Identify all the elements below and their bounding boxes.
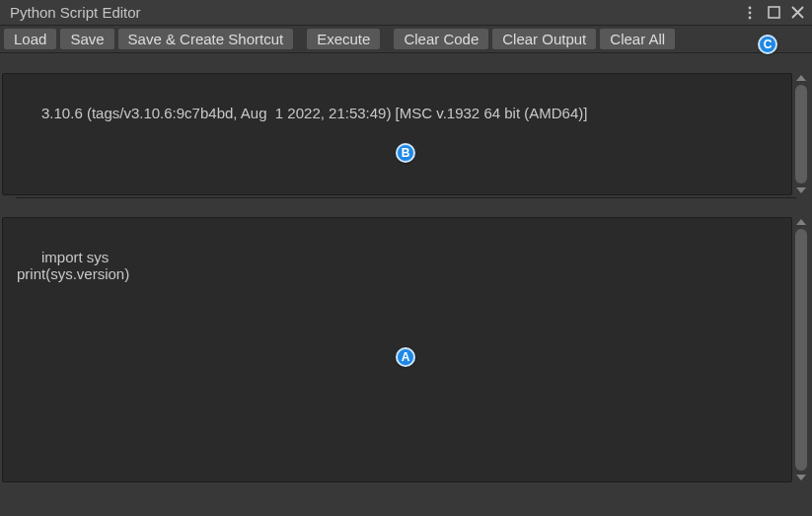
close-icon[interactable] <box>788 4 806 22</box>
scroll-down-icon[interactable] <box>796 187 806 193</box>
execute-button[interactable]: Execute <box>307 29 380 49</box>
output-text: 3.10.6 (tags/v3.10.6:9c7b4bd, Aug 1 2022… <box>41 105 587 121</box>
output-pane[interactable]: 3.10.6 (tags/v3.10.6:9c7b4bd, Aug 1 2022… <box>2 73 792 195</box>
clear-code-button[interactable]: Clear Code <box>394 29 488 49</box>
save-shortcut-button[interactable]: Save & Create Shortcut <box>118 29 294 49</box>
svg-rect-3 <box>769 7 779 18</box>
save-button[interactable]: Save <box>60 29 113 49</box>
output-scrollbar[interactable] <box>792 73 810 195</box>
scroll-up-icon[interactable] <box>796 219 806 225</box>
svg-point-0 <box>749 6 752 9</box>
clear-output-button[interactable]: Clear Output <box>492 29 596 49</box>
scroll-down-icon[interactable] <box>796 475 806 480</box>
clear-all-button[interactable]: Clear All <box>600 29 675 49</box>
window-title: Python Script Editor <box>10 4 141 21</box>
scroll-up-icon[interactable] <box>796 75 806 81</box>
scroll-track[interactable] <box>795 85 807 184</box>
svg-point-2 <box>749 16 752 19</box>
annotation-badge-a: A <box>396 347 415 367</box>
annotation-badge-c: C <box>758 35 777 54</box>
code-text: import sys print(sys.version) <box>17 249 129 282</box>
window-titlebar: Python Script Editor <box>0 0 812 26</box>
pane-splitter[interactable] <box>16 197 796 201</box>
load-button[interactable]: Load <box>4 29 56 49</box>
scroll-track[interactable] <box>795 229 807 471</box>
toolbar: Load Save Save & Create Shortcut Execute… <box>0 26 812 53</box>
svg-point-1 <box>749 11 752 14</box>
more-icon[interactable] <box>741 4 759 22</box>
code-scrollbar[interactable] <box>792 217 810 482</box>
maximize-icon[interactable] <box>765 4 782 22</box>
annotation-badge-b: B <box>396 143 415 163</box>
